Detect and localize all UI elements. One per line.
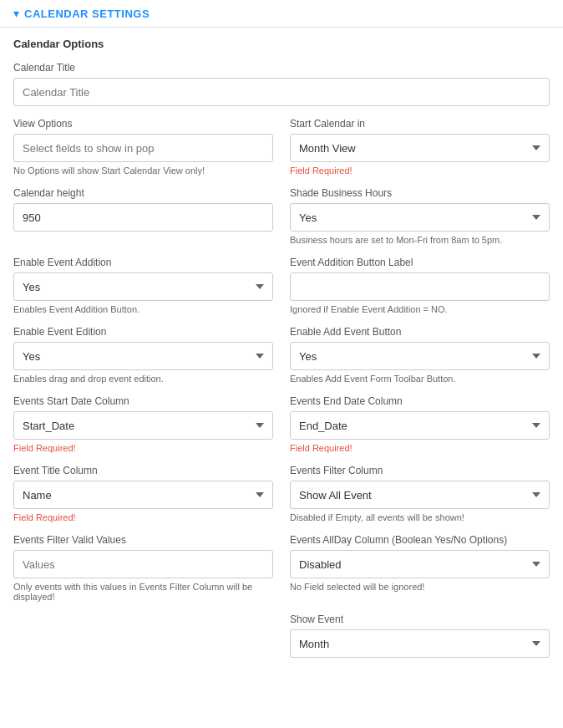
enable-event-addition-label: Enable Event Addition (13, 257, 273, 268)
events-end-date-column-label: Events End Date Column (290, 395, 550, 407)
enable-add-event-button-group: Enable Add Event Button Yes No Enables A… (290, 326, 550, 384)
section-title: Calendar Options (13, 38, 550, 50)
events-allday-column-hint: No Field selected will be ignored! (290, 582, 550, 592)
events-start-date-column-error: Field Required! (13, 443, 273, 453)
events-filter-valid-values-input[interactable] (13, 550, 273, 578)
enable-event-edition-hint: Enables drag and drop event edition. (13, 374, 273, 384)
enable-event-edition-select[interactable]: Yes No (13, 342, 273, 370)
events-filter-column-select[interactable]: Show All Event (290, 481, 550, 509)
shade-business-hours-group: Shade Business Hours Yes No Business hou… (290, 187, 550, 245)
enable-add-event-button-label: Enable Add Event Button (290, 326, 550, 338)
calendar-settings-header: ▾ CALENDAR SETTINGS (0, 0, 563, 28)
event-title-column-label: Event Title Column (13, 465, 273, 476)
event-title-column-group: Event Title Column Name Field Required! (13, 465, 273, 522)
events-filter-valid-values-label: Events Filter Valid Values (13, 534, 273, 546)
start-calendar-in-group: Start Calendar in Month View Week View D… (290, 118, 550, 176)
events-start-date-column-label: Events Start Date Column (13, 395, 273, 407)
shade-business-hours-label: Shade Business Hours (290, 187, 550, 199)
start-calendar-in-select[interactable]: Month View Week View Day View Agenda Vie… (290, 134, 550, 162)
events-filter-valid-values-group: Events Filter Valid Values Only events w… (13, 534, 273, 602)
event-title-column-error: Field Required! (13, 512, 273, 522)
events-allday-column-label: Events AllDay Column (Boolean Yes/No Opt… (290, 534, 550, 546)
view-options-group: View Options No Options will show Start … (13, 118, 273, 176)
events-filter-column-group: Events Filter Column Show All Event Disa… (290, 465, 550, 522)
events-end-date-column-error: Field Required! (290, 443, 550, 453)
event-addition-button-label-input[interactable] (290, 272, 550, 301)
events-start-date-column-select[interactable]: Start_Date (13, 411, 273, 440)
enable-event-edition-group: Enable Event Edition Yes No Enables drag… (13, 326, 273, 384)
events-filter-column-label: Events Filter Column (290, 465, 550, 476)
events-filter-valid-values-hint: Only events with this values in Events F… (13, 582, 273, 602)
view-options-input[interactable] (13, 134, 273, 162)
enable-event-addition-select[interactable]: Yes No (13, 272, 273, 301)
events-filter-column-hint: Disabled if Empty, all events will be sh… (290, 512, 550, 522)
calendar-height-group: Calendar height (13, 187, 273, 245)
shade-business-hours-hint: Business hours are set to Mon-Fri from 8… (290, 235, 550, 245)
event-addition-button-label-label: Event Addition Button Label (290, 257, 550, 268)
chevron-down-icon: ▾ (13, 7, 19, 20)
enable-add-event-button-select[interactable]: Yes No (290, 342, 550, 370)
enable-event-edition-label: Enable Event Edition (13, 326, 273, 338)
enable-event-addition-hint: Enables Event Addition Button. (13, 304, 273, 314)
event-title-column-select[interactable]: Name (13, 481, 273, 509)
calendar-height-input[interactable] (13, 203, 273, 232)
enable-add-event-button-hint: Enables Add Event Form Toolbar Button. (290, 374, 550, 384)
show-event-select[interactable]: Month Week Day (290, 629, 550, 658)
start-calendar-in-label: Start Calendar in (290, 118, 550, 130)
calendar-title-label: Calendar Title (13, 62, 550, 74)
events-end-date-column-group: Events End Date Column End_Date Field Re… (290, 395, 550, 453)
show-event-label: Show Event (290, 613, 550, 625)
event-addition-button-label-group: Event Addition Button Label Ignored if E… (290, 257, 550, 314)
show-event-group: Show Event Month Week Day (290, 613, 550, 658)
events-start-date-column-group: Events Start Date Column Start_Date Fiel… (13, 395, 273, 453)
view-options-label: View Options (13, 118, 273, 130)
events-allday-column-select[interactable]: Disabled Yes No (290, 550, 550, 578)
start-calendar-in-error: Field Required! (290, 165, 550, 176)
shade-business-hours-select[interactable]: Yes No (290, 203, 550, 232)
event-addition-button-label-hint: Ignored if Enable Event Addition = NO. (290, 304, 550, 314)
header-title: CALENDAR SETTINGS (24, 8, 150, 20)
view-options-hint: No Options will show Start Calendar View… (13, 165, 273, 176)
enable-event-addition-group: Enable Event Addition Yes No Enables Eve… (13, 257, 273, 314)
events-allday-column-group: Events AllDay Column (Boolean Yes/No Opt… (290, 534, 550, 602)
calendar-title-group: Calendar Title (13, 62, 550, 106)
calendar-height-label: Calendar height (13, 187, 273, 199)
events-end-date-column-select[interactable]: End_Date (290, 411, 550, 440)
calendar-title-input[interactable] (13, 78, 550, 106)
